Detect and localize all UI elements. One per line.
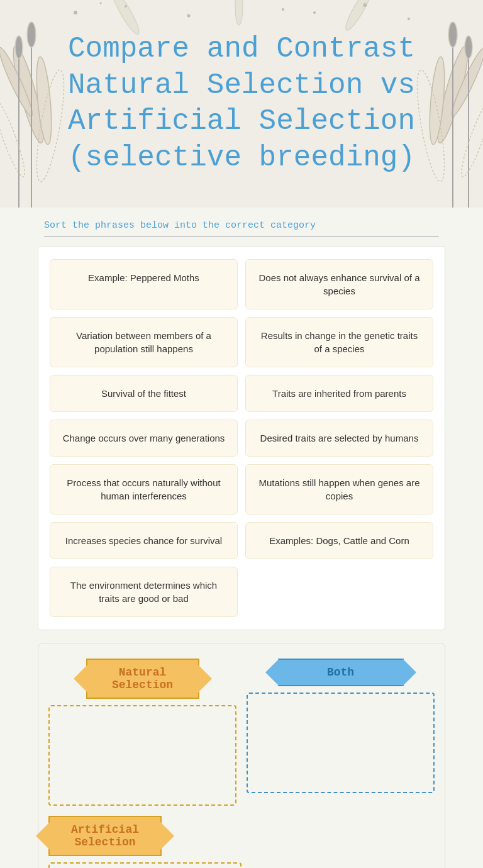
card-item[interactable]: Survival of the fittest [50, 375, 238, 412]
subtitle-line: Sort the phrases below into the correct … [44, 219, 439, 237]
both-label: Both [278, 659, 404, 686]
card-item[interactable]: Desired traits are selected by humans [245, 420, 433, 457]
svg-point-26 [313, 11, 316, 14]
card-item[interactable]: Example: Peppered Moths [50, 259, 238, 309]
sort-bottom-row: Artificial Selection [48, 816, 435, 868]
sort-area: Natural Selection Both Artificial Select… [38, 643, 445, 868]
both-banner: Both [284, 659, 397, 686]
card-item[interactable]: Mutations still happen when genes are co… [245, 464, 433, 515]
page-title: Compare and Contrast Natural Selection v… [0, 31, 483, 176]
card-grid: Example: Peppered MothsDoes not always e… [50, 259, 433, 617]
both-drop-zone[interactable] [247, 693, 435, 793]
natural-selection-column: Natural Selection [48, 659, 236, 806]
artificial-selection-banner: Artificial Selection [48, 816, 162, 856]
card-item[interactable]: The environment determines which traits … [50, 567, 238, 617]
both-column: Both [247, 659, 435, 806]
svg-point-21 [187, 14, 191, 18]
card-item[interactable]: Variation between members of a populatio… [50, 317, 238, 367]
svg-point-25 [100, 3, 102, 4]
subtitle-text: Sort the phrases below into the correct … [44, 220, 316, 231]
natural-selection-drop-zone[interactable] [48, 705, 236, 806]
artificial-selection-label: Artificial Selection [48, 816, 162, 856]
natural-selection-banner: Natural Selection [86, 659, 199, 699]
card-item[interactable]: Results in change in the genetic traits … [245, 317, 433, 367]
card-item[interactable]: Process that occurs naturally without hu… [50, 464, 238, 515]
subtitle-area: Sort the phrases below into the correct … [0, 208, 483, 246]
svg-point-22 [282, 8, 284, 11]
card-item[interactable]: Increases species chance for survival [50, 522, 238, 559]
card-grid-container: Example: Peppered MothsDoes not always e… [38, 246, 445, 630]
card-item[interactable]: Traits are inherited from parents [245, 375, 433, 412]
svg-point-19 [74, 11, 77, 14]
card-item[interactable]: Does not always enhance survival of a sp… [245, 259, 433, 309]
natural-selection-label: Natural Selection [86, 659, 199, 699]
svg-point-24 [408, 18, 410, 20]
artificial-selection-drop-zone[interactable] [48, 862, 242, 868]
sort-top-row: Natural Selection Both [48, 659, 435, 806]
card-item[interactable]: Examples: Dogs, Cattle and Corn [245, 522, 433, 559]
header-section: Compare and Contrast Natural Selection v… [0, 0, 483, 208]
card-item[interactable]: Change occurs over many generations [50, 420, 238, 457]
artificial-selection-column: Artificial Selection [48, 816, 242, 868]
